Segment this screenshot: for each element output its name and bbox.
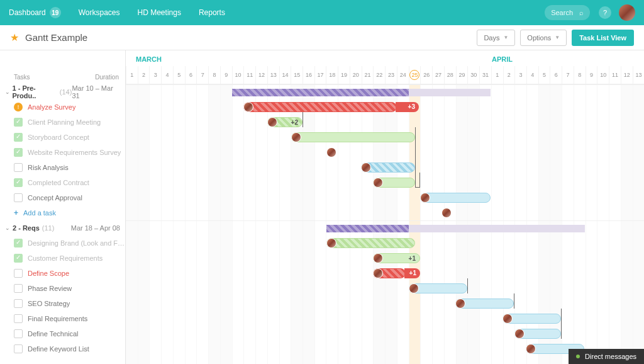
checkbox[interactable] <box>14 118 23 127</box>
day-cell[interactable]: 3 <box>149 66 161 84</box>
task-bar[interactable] <box>326 238 415 248</box>
options-dropdown[interactable]: Options▼ <box>520 30 567 46</box>
day-cell[interactable]: 4 <box>526 66 538 84</box>
day-cell[interactable]: 6 <box>550 66 562 84</box>
day-cell[interactable]: 17 <box>314 66 326 84</box>
day-cell[interactable]: 21 <box>362 66 374 84</box>
day-cell[interactable]: 1 <box>491 66 503 84</box>
day-cell[interactable]: 10 <box>597 66 609 84</box>
nav-reports[interactable]: Reports <box>199 8 225 17</box>
group-bar[interactable] <box>409 89 491 96</box>
day-cell[interactable]: 13 <box>633 66 644 84</box>
day-cell[interactable]: 24 <box>397 66 409 84</box>
task-row[interactable]: Phase Review <box>0 281 125 296</box>
day-cell[interactable]: 1 <box>126 66 138 84</box>
task-row[interactable]: Final Requirements <box>0 311 125 326</box>
assignee-avatar[interactable] <box>526 344 536 354</box>
assignee-avatar[interactable] <box>243 102 253 112</box>
day-cell[interactable]: 5 <box>173 66 185 84</box>
search-input[interactable]: Search⌕ <box>545 5 590 20</box>
assignee-avatar[interactable] <box>361 162 371 173</box>
task-bar[interactable] <box>514 329 561 339</box>
task-row[interactable]: Designing Brand (Look and Feel) <box>0 236 125 251</box>
milestone-avatar[interactable] <box>326 147 336 157</box>
nav-meetings[interactable]: HD Meetings <box>138 8 181 17</box>
assignee-avatar[interactable] <box>502 314 513 324</box>
task-row[interactable]: !Analyze Survey <box>0 100 125 115</box>
task-row[interactable]: SEO Strategy <box>0 296 125 311</box>
task-row[interactable]: Completed Contract <box>0 175 125 190</box>
assignee-avatar[interactable] <box>373 253 383 263</box>
checkbox[interactable] <box>14 284 23 293</box>
day-cell[interactable]: 7 <box>196 66 208 84</box>
assignee-avatar[interactable] <box>373 268 383 278</box>
task-row[interactable]: Customer Requirements <box>0 251 125 266</box>
day-cell[interactable]: 8 <box>208 66 220 84</box>
day-cell[interactable]: 23 <box>385 66 397 84</box>
checkbox[interactable] <box>14 193 23 202</box>
task-bar[interactable] <box>373 178 415 188</box>
task-row[interactable]: Concept Approval <box>0 190 125 205</box>
task-row[interactable]: Client Planning Meeting <box>0 115 125 130</box>
day-cell[interactable]: 30 <box>467 66 479 84</box>
checkbox[interactable] <box>14 178 23 187</box>
task-bar[interactable] <box>361 162 415 173</box>
day-cell[interactable]: 12 <box>255 66 267 84</box>
task-bar[interactable]: +1 <box>404 268 420 278</box>
day-cell[interactable]: 7 <box>562 66 574 84</box>
group-header[interactable]: ⌄1 - Pre-Produ..(14)Mar 10 – Mar 31 <box>0 84 125 100</box>
day-cell[interactable]: 16 <box>303 66 314 84</box>
day-cell[interactable]: 27 <box>432 66 444 84</box>
task-row[interactable]: Define Keyword List <box>0 341 125 356</box>
assignee-avatar[interactable] <box>409 283 419 293</box>
assignee-avatar[interactable] <box>267 117 277 127</box>
task-bar[interactable] <box>291 132 415 142</box>
day-cell[interactable]: 11 <box>243 66 255 84</box>
task-bar[interactable] <box>373 268 406 278</box>
group-bar[interactable] <box>409 225 585 232</box>
assignee-avatar[interactable] <box>326 238 336 248</box>
task-bar[interactable] <box>420 193 491 203</box>
task-row[interactable]: Risk Analysis <box>0 160 125 175</box>
direct-messages-button[interactable]: Direct messages <box>569 349 644 364</box>
day-cell[interactable]: 31 <box>479 66 491 84</box>
day-cell[interactable]: 19 <box>338 66 350 84</box>
checkbox[interactable] <box>14 148 23 157</box>
checkbox[interactable] <box>14 329 23 338</box>
star-icon[interactable]: ★ <box>10 31 19 43</box>
task-row[interactable]: Define Scope <box>0 266 125 281</box>
day-cell[interactable]: 4 <box>161 66 173 84</box>
checkbox[interactable] <box>14 344 23 353</box>
day-cell[interactable]: 29 <box>456 66 468 84</box>
task-bar[interactable]: +1 <box>373 253 420 263</box>
day-cell[interactable]: 6 <box>185 66 197 84</box>
task-bar[interactable]: +3 <box>396 102 419 112</box>
tasklist-view-button[interactable]: Task List View <box>572 30 634 46</box>
day-cell[interactable]: 10 <box>232 66 244 84</box>
task-bar[interactable] <box>455 299 514 309</box>
day-cell[interactable]: 20 <box>350 66 362 84</box>
day-cell[interactable]: 2 <box>138 66 150 84</box>
day-cell[interactable]: 3 <box>514 66 526 84</box>
task-bar[interactable] <box>243 102 397 112</box>
task-row[interactable]: Website Requirements Survey <box>0 145 125 160</box>
day-cell[interactable]: 5 <box>538 66 550 84</box>
assignee-avatar[interactable] <box>373 178 383 188</box>
task-bar[interactable] <box>502 314 561 324</box>
day-cell[interactable]: 28 <box>444 66 456 84</box>
day-cell[interactable]: 26 <box>420 66 432 84</box>
day-cell[interactable]: 13 <box>267 66 279 84</box>
group-bar[interactable] <box>326 225 409 232</box>
day-cell[interactable]: 8 <box>574 66 586 84</box>
add-task-button[interactable]: +Add a task <box>0 205 125 220</box>
day-cell[interactable]: 15 <box>291 66 303 84</box>
group-header[interactable]: ⌄2 - Reqs(11)Mar 18 – Apr 08 <box>0 220 125 236</box>
checkbox[interactable] <box>14 269 23 278</box>
day-cell[interactable]: 22 <box>373 66 385 84</box>
day-cell[interactable]: 11 <box>609 66 621 84</box>
checkbox[interactable] <box>14 314 23 323</box>
day-cell[interactable]: 2 <box>503 66 515 84</box>
task-row[interactable]: Define Technical <box>0 326 125 341</box>
day-cell[interactable]: 12 <box>621 66 633 84</box>
assignee-avatar[interactable] <box>514 329 525 339</box>
